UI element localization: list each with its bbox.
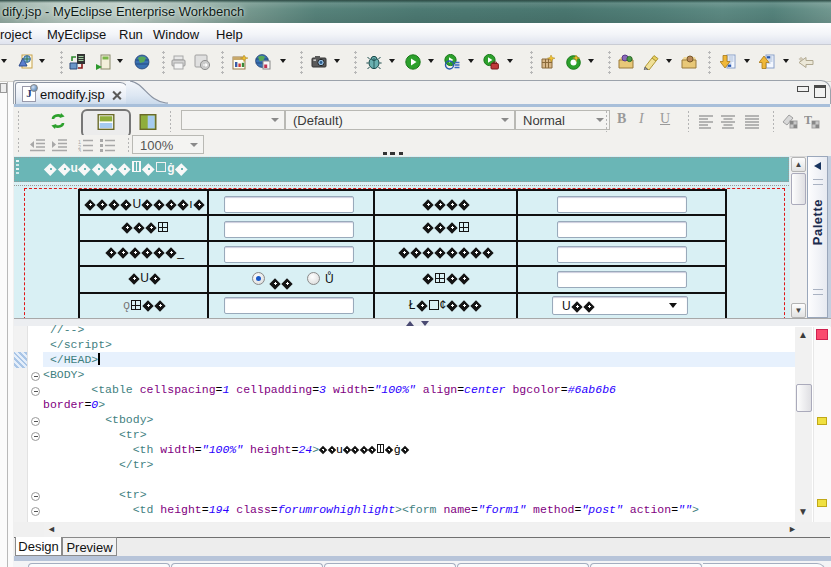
svg-text:T: T xyxy=(804,113,812,127)
svg-text:3: 3 xyxy=(78,148,81,153)
